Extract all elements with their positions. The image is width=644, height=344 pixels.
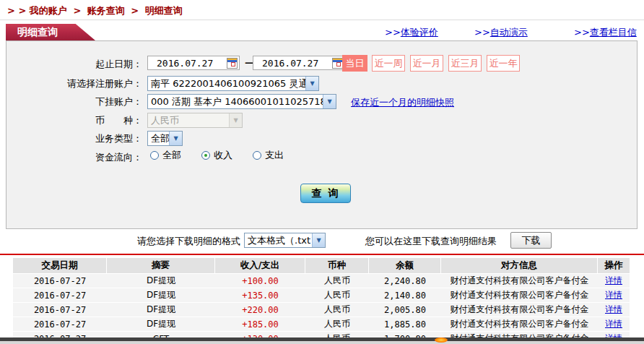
cell-currency: 人民币 [305,317,369,331]
cell-balance: 1,885.80 [369,317,441,331]
cell-balance: 2,240.80 [369,274,441,288]
calendar-icon[interactable] [227,58,238,69]
range-last-week-button[interactable]: 近一周 [372,55,405,72]
calendar-icon[interactable] [332,58,343,69]
radio-icon [253,151,261,160]
query-form-panel: 起止日期： 2016.07.27 — 2016.07.27 当日 近一周 近一月… [6,40,638,229]
breadcrumb-separator: > [73,5,81,16]
tab-detail-query[interactable]: 明细查询 [6,24,95,40]
registered-account-label: 请选择注册账户： [6,77,142,90]
table-row: 2016-07-27 DF提现 +135.00 人民币 2,140.80 财付通… [13,288,630,302]
fund-flow-radio-group: 全部 收入 支出 [150,149,304,162]
bottom-light-strip [0,341,644,344]
currency-select-disabled: 人民币 ▼ [147,113,243,128]
orange-marker-icon [435,337,448,343]
cell-transaction-date: 2016-07-27 [13,288,107,302]
radio-icon [150,151,159,160]
cell-counterparty: 财付通支付科技有限公司客户备付金 [441,317,598,331]
cell-currency: 人民币 [305,274,369,288]
cell-transaction-date: 2016-07-27 [13,317,107,331]
header-action: 操作 [598,258,630,273]
flow-radio-income[interactable]: 收入 [201,149,232,162]
download-format-select[interactable]: 文本格式（.txt） ▼ [244,233,326,248]
detail-link[interactable]: 详情 [605,289,622,301]
download-format-label: 请您选择下载明细的格式 [108,235,240,248]
cell-transaction-date: 2016-07-27 [13,303,107,317]
chevron-down-icon: ▼ [323,95,336,108]
range-last-3-months-button[interactable]: 近三月 [448,55,482,72]
currency-label: 币 种： [6,114,142,127]
end-date-input[interactable]: 2016.07.27 [253,56,345,70]
end-date-value: 2016.07.27 [262,58,318,69]
header-counterparty: 对方信息 [441,258,598,273]
cell-amount: +135.00 [215,288,305,302]
transaction-table: 交易日期 摘要 收入/支出 币种 余额 对方信息 操作 2016-07-27 D… [13,258,630,344]
flow-radio-all[interactable]: 全部 [150,149,181,162]
range-today-button[interactable]: 当日 [342,55,367,72]
cell-amount: +220.00 [215,303,305,317]
cell-counterparty: 财付通支付科技有限公司客户备付金 [441,288,598,302]
range-last-year-button[interactable]: 近一年 [487,55,520,72]
query-button[interactable]: 查 询 [300,184,351,203]
link-prefix: >> [574,27,590,38]
detail-link[interactable]: 详情 [605,275,622,287]
breadcrumb-prefix: > > [7,5,26,16]
save-monthly-snapshot-link[interactable]: 保存近一个月的明细快照 [351,96,454,109]
header-date: 交易日期 [13,258,107,273]
breadcrumb-item-account-query[interactable]: 账务查询 [87,5,125,16]
download-result-label: 您可以在这里下载查询明细结果 [365,235,497,248]
detail-link[interactable]: 详情 [605,304,622,316]
breadcrumb: > > 我的账户 > 账务查询 > 明细查询 [7,4,183,17]
breadcrumb-item-my-account[interactable]: 我的账户 [30,5,67,16]
table-row: 2016-07-27 DF提现 +220.00 人民币 2,005.80 财付通… [13,303,630,317]
table-body: 2016-07-27 DF提现 +100.00 人民币 2,240.80 财付通… [13,274,630,344]
cell-currency: 人民币 [305,288,369,302]
sub-account-label: 下挂账户： [6,95,142,108]
registered-account-select[interactable]: 南平 6222001406100921065 灵通卡 ▼ [147,76,319,91]
cell-summary: DF提现 [107,317,215,331]
range-last-month-button[interactable]: 近一月 [410,55,443,72]
divider [0,20,644,20]
table-header-row: 交易日期 摘要 收入/支出 币种 余额 对方信息 操作 [13,258,630,273]
business-type-select[interactable]: 全部 ▼ [147,131,183,146]
date-range-label: 起止日期： [6,58,142,71]
start-date-input[interactable]: 2016.07.27 [147,56,240,70]
page: > > 我的账户 > 账务查询 > 明细查询 明细查询 >>体验评价 >>自动演… [0,0,644,344]
download-button[interactable]: 下载 [510,232,552,249]
table-row: 2016-07-27 DF提现 +185.00 人民币 1,885.80 财付通… [13,317,630,331]
breadcrumb-separator: > [131,5,139,16]
chevron-down-icon: ▼ [312,233,325,247]
chevron-down-icon: ▼ [169,132,182,145]
breadcrumb-item-detail-query[interactable]: 明细查询 [145,5,183,16]
red-divider [0,254,644,255]
detail-link[interactable]: 详情 [605,318,622,330]
chevron-down-icon: ▼ [229,113,242,127]
cell-summary: DF提现 [107,303,215,317]
cell-amount: +185.00 [215,317,305,331]
fund-flow-label: 资金流向： [6,151,142,164]
cell-counterparty: 财付通支付科技有限公司客户备付金 [441,274,598,288]
cell-balance: 2,140.80 [369,288,441,302]
header-summary: 摘要 [107,258,215,273]
link-prefix: >> [474,27,490,38]
flow-radio-expense[interactable]: 支出 [253,149,284,162]
sub-account-select[interactable]: 000 活期 基本户 1406600101102571848 ▼ [147,94,336,109]
cell-counterparty: 财付通支付科技有限公司客户备付金 [441,303,598,317]
link-auto-demo[interactable]: >>自动演示 [474,26,528,39]
cell-summary: DF提现 [107,274,215,288]
table-row: 2016-07-27 DF提现 +100.00 人民币 2,240.80 财付通… [13,274,630,288]
start-date-value: 2016.07.27 [157,58,213,69]
cell-amount: +100.00 [215,274,305,288]
chevron-down-icon: ▼ [305,77,318,90]
cell-transaction-date: 2016-07-27 [13,274,107,288]
cell-currency: 人民币 [305,303,369,317]
link-prefix: >> [385,27,401,38]
header-balance: 余额 [369,258,441,273]
radio-icon [201,151,210,160]
business-type-label: 业务类型： [6,132,142,145]
header-currency: 币种 [305,258,369,273]
link-experience-rating[interactable]: >>体验评价 [385,26,438,39]
cell-summary: DF提现 [107,288,215,302]
cell-balance: 2,005.80 [369,303,441,317]
header-amount: 收入/支出 [215,258,305,273]
